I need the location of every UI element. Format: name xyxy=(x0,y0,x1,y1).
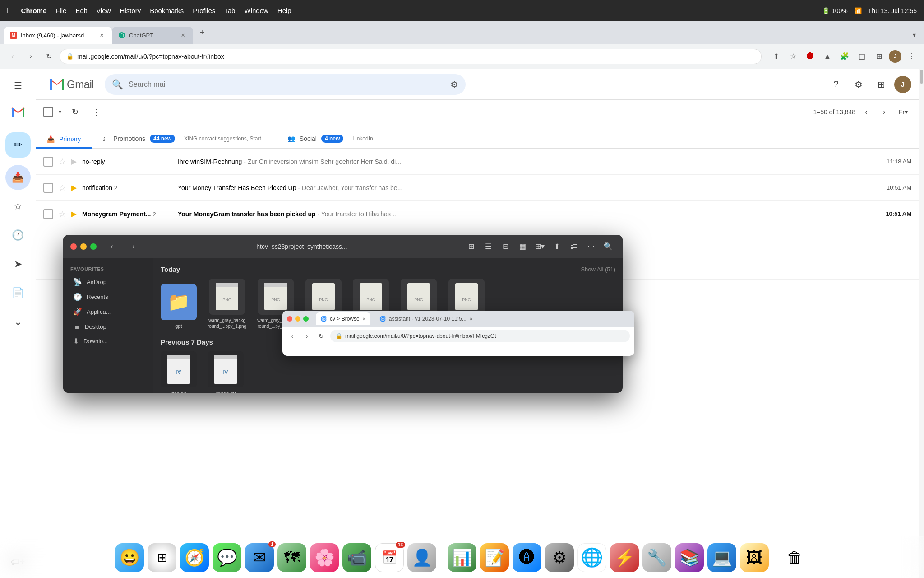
dock-sysprefs[interactable]: ⚙ xyxy=(545,543,574,572)
forward-button[interactable]: › xyxy=(23,49,38,64)
finder-forward-button[interactable]: › xyxy=(127,240,140,253)
back-button[interactable]: ‹ xyxy=(5,49,20,64)
email-row[interactable]: ☆ ▶ no-reply Ihre winSIM-Rechnung - Zur … xyxy=(36,149,919,175)
finder-sidebar-applications[interactable]: 🚀 Applica... xyxy=(66,304,150,319)
mini-minimize-button[interactable] xyxy=(295,316,300,322)
email-star-3[interactable]: ☆ xyxy=(59,209,66,219)
finder-gallery-view[interactable]: ▦ xyxy=(515,239,530,254)
finder-tag-btn[interactable]: 🏷 xyxy=(567,239,581,254)
finder-list-view[interactable]: ☰ xyxy=(481,239,495,254)
search-input[interactable]: Search mail xyxy=(129,80,445,89)
menu-bookmarks[interactable]: Bookmarks xyxy=(150,7,184,14)
dock-numbers[interactable]: 📊 xyxy=(448,543,476,572)
gmail-settings-icon[interactable]: ⚙ xyxy=(849,75,868,94)
email-row[interactable]: ☆ ▶ Moneygram Payment... 2 Your MoneyGra… xyxy=(36,201,919,227)
search-tune-icon[interactable]: ⚙ xyxy=(450,79,458,90)
finder-share-btn[interactable]: ⬆ xyxy=(550,239,564,254)
finder-file-gpt[interactable]: 📁 gpt xyxy=(161,284,197,329)
sidebar-drafts[interactable]: 📄 xyxy=(5,280,31,306)
menu-profiles[interactable]: Profiles xyxy=(193,7,215,14)
email-checkbox-3[interactable] xyxy=(43,209,53,219)
menu-chrome[interactable]: Chrome xyxy=(21,7,47,14)
sidebar-snoozed[interactable]: 🕐 xyxy=(5,223,31,248)
sidebar-more[interactable]: ⌄ xyxy=(5,309,31,335)
mini-close-button[interactable] xyxy=(287,316,292,322)
gmail-help-icon[interactable]: ? xyxy=(827,75,845,94)
dock-appstore[interactable]: 🅐 xyxy=(513,543,541,572)
finder-file-image[interactable]: py image.py xyxy=(208,351,244,393)
select-dropdown[interactable]: ▾ xyxy=(59,109,61,115)
tab-primary[interactable]: 📥 Primary xyxy=(36,135,92,149)
tab-chatgpt-close[interactable]: ✕ xyxy=(179,31,187,39)
menu-file[interactable]: File xyxy=(55,7,66,14)
dock-mail[interactable]: ✉ 1 xyxy=(245,543,274,572)
show-all-button[interactable]: Show All (51) xyxy=(581,266,615,273)
email-checkbox-2[interactable] xyxy=(43,183,53,193)
dock-vscode[interactable]: 💻 xyxy=(707,543,736,572)
finder-more-btn[interactable]: ⋯ xyxy=(584,239,598,254)
sidebar-inbox[interactable]: 📥 xyxy=(5,165,31,190)
gmail-profile-avatar[interactable]: J xyxy=(894,76,911,93)
pagination-next[interactable]: › xyxy=(877,105,892,119)
gmail-apps-icon[interactable]: ⊞ xyxy=(872,75,891,94)
mini-maximize-button[interactable] xyxy=(303,316,309,322)
mini-tab-close-2[interactable]: ✕ xyxy=(469,317,473,322)
gmail-menu-button[interactable]: ☰ xyxy=(7,75,29,96)
tab-promotions[interactable]: 🏷 Promotions 44 new XING contact suggest… xyxy=(92,135,277,149)
finder-close-button[interactable] xyxy=(70,243,77,250)
dock-books[interactable]: 📚 xyxy=(675,543,704,572)
menu-window[interactable]: Window xyxy=(244,7,268,14)
email-row[interactable]: ☆ ▶ notification 2 Your Money Transfer H… xyxy=(36,175,919,201)
address-input[interactable]: 🔒 mail.google.com/mail/u/0/?pc=topnav-ab… xyxy=(60,49,762,64)
dock-launchpad[interactable]: ⊞ xyxy=(148,543,176,572)
bookmark-icon[interactable]: ☆ xyxy=(786,49,800,64)
sidebar-starred[interactable]: ☆ xyxy=(5,194,31,219)
sidebar-toggle[interactable]: ◫ xyxy=(855,49,869,64)
refresh-button[interactable]: ↻ xyxy=(42,49,56,64)
dock-maps[interactable]: 🗺 xyxy=(277,543,306,572)
menu-view[interactable]: View xyxy=(96,7,111,14)
mini-back-button[interactable]: ‹ xyxy=(287,331,298,341)
more-actions-button[interactable]: ⋮ xyxy=(88,104,105,120)
mini-forward-button[interactable]: › xyxy=(301,331,312,341)
dock-chrome[interactable]: 🌐 xyxy=(578,543,606,572)
tab-gmail[interactable]: M Inbox (9,460) - jawharsd@gma... ✕ xyxy=(4,27,112,44)
finder-file-gen[interactable]: py gen.py xyxy=(161,351,197,393)
split-view-icon[interactable]: ⊞ xyxy=(872,49,886,64)
tab-social[interactable]: 👥 Social 4 new LinkedIn xyxy=(277,135,384,149)
finder-sidebar-desktop[interactable]: 🖥 Desktop xyxy=(66,319,150,334)
finder-column-view[interactable]: ⊟ xyxy=(498,239,513,254)
view-settings-button[interactable]: Fr▾ xyxy=(895,104,911,120)
finder-sidebar-airdrop[interactable]: 📡 AirDrop xyxy=(66,275,150,289)
compose-button[interactable]: ✏ xyxy=(5,132,31,158)
email-star-1[interactable]: ☆ xyxy=(59,157,66,167)
mini-refresh-button[interactable]: ↻ xyxy=(316,331,327,341)
new-tab-button[interactable]: + xyxy=(195,25,209,40)
menu-history[interactable]: History xyxy=(120,7,141,14)
dock-photos[interactable]: 🌸 xyxy=(310,543,339,572)
menu-tab[interactable]: Tab xyxy=(224,7,235,14)
dock-safari[interactable]: 🧭 xyxy=(180,543,209,572)
mini-tab-2[interactable]: 🌀 assistant - v1 2023-07-10 11:5... ✕ xyxy=(375,312,477,325)
dock-finder[interactable]: 😀 xyxy=(115,543,144,572)
dock-messages[interactable]: 💬 xyxy=(213,543,241,572)
finder-minimize-button[interactable] xyxy=(80,243,87,250)
dock-tool[interactable]: 🔧 xyxy=(642,543,671,572)
tab-gmail-close[interactable]: ✕ xyxy=(97,31,106,39)
mini-tab-1[interactable]: 🌀 cv > Browse ✕ xyxy=(316,312,370,325)
finder-maximize-button[interactable] xyxy=(90,243,97,250)
chrome-menu-icon[interactable]: ⋮ xyxy=(904,49,919,64)
dock-trash[interactable]: 🗑 xyxy=(780,543,809,572)
tab-list-button[interactable]: ▾ xyxy=(908,28,920,41)
share-icon[interactable]: ⬆ xyxy=(769,49,783,64)
dock-spark[interactable]: ⚡ xyxy=(610,543,639,572)
scrollbar-thumb[interactable] xyxy=(920,70,923,84)
finder-icon-view[interactable]: ⊞ xyxy=(464,239,478,254)
extension-icon-2[interactable]: ▲ xyxy=(820,49,835,64)
dock-calendar[interactable]: 📅 13 xyxy=(375,543,404,572)
finder-file-1[interactable]: PNG warm_gray_background_...opy_1.png xyxy=(208,279,246,329)
email-star-2[interactable]: ☆ xyxy=(59,183,66,193)
dock-facetime[interactable]: 📹 xyxy=(342,543,371,572)
extensions-icon[interactable]: 🧩 xyxy=(837,49,852,64)
finder-group-view[interactable]: ⊞▾ xyxy=(532,239,547,254)
